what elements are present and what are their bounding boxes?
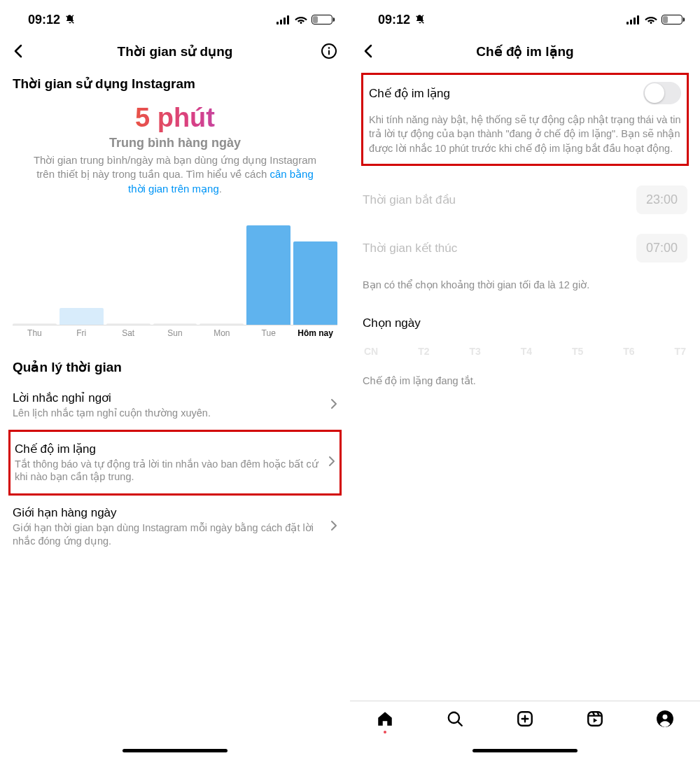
choose-day-label: Chọn ngày (363, 316, 687, 330)
chart-label: Thu (13, 328, 57, 338)
avg-time-desc: Thời gian trung bình/ngày mà bạn dùng ứn… (13, 153, 337, 196)
battery-percent: 26 (662, 16, 682, 24)
chevron-right-icon (330, 398, 337, 412)
svg-rect-0 (276, 22, 279, 24)
chart-bar[interactable] (59, 308, 104, 325)
svg-rect-8 (630, 20, 632, 24)
tab-search[interactable] (441, 710, 469, 728)
tab-create[interactable] (511, 710, 539, 728)
status-time: 09:12 (378, 13, 410, 27)
chart-bar[interactable] (200, 323, 244, 325)
chart-label: Mon (200, 328, 244, 338)
quiet-mode-toggle-label: Chế độ im lặng (369, 86, 450, 101)
time-range-note: Bạn có thể chọn khoảng thời gian tối đa … (363, 279, 687, 290)
start-time-row[interactable]: Thời gian bắt đầu 23:00 (363, 185, 687, 214)
svg-point-15 (663, 715, 668, 720)
battery-percent: 26 (312, 16, 332, 24)
back-button[interactable] (13, 44, 34, 58)
nav-bar: Thời gian sử dụng (0, 34, 350, 69)
screen-quiet-mode: 09:12 26 (350, 0, 700, 758)
nav-bar: Chế độ im lặng (350, 34, 700, 69)
tab-reels[interactable] (581, 710, 609, 728)
chevron-right-icon (328, 456, 335, 470)
notification-dot (384, 731, 386, 734)
chart-bar[interactable] (293, 241, 337, 325)
tab-profile[interactable] (651, 710, 679, 728)
day-option[interactable]: T2 (418, 346, 429, 357)
battery-icon: 26 (312, 15, 335, 24)
avg-time-value: 5 phút (13, 103, 337, 133)
day-option[interactable]: T6 (623, 346, 634, 357)
day-option[interactable]: T7 (675, 346, 686, 357)
chart-label: Hôm nay (293, 328, 337, 338)
chart-label: Fri (59, 328, 104, 338)
row-subtitle: Giới hạn thời gian bạn dùng Instagram mỗ… (13, 521, 330, 548)
start-time-value[interactable]: 23:00 (636, 185, 687, 214)
screen-time-usage: 09:12 26 (0, 0, 350, 758)
battery-icon: 26 (662, 15, 685, 24)
svg-rect-3 (287, 15, 289, 24)
quiet-mode-status: Chế độ im lặng đang tắt. (363, 375, 687, 386)
svg-rect-7 (626, 22, 629, 24)
home-indicator[interactable] (122, 749, 227, 752)
chevron-right-icon (330, 520, 337, 534)
end-time-label: Thời gian kết thúc (363, 241, 457, 255)
day-option[interactable]: T3 (469, 346, 480, 357)
chart-label: Tue (246, 328, 290, 338)
back-button[interactable] (363, 44, 384, 58)
row-title: Giới hạn hàng ngày (13, 505, 330, 520)
row-break-reminder[interactable]: Lời nhắc nghỉ ngơi Lên lịch nhắc tạm ngh… (13, 381, 337, 430)
page-title: Thời gian sử dụng (34, 43, 316, 59)
row-quiet-mode[interactable]: Chế độ im lặng Tắt thông báo và tự động … (8, 430, 342, 496)
cell-signal-icon (626, 15, 640, 24)
day-option[interactable]: T5 (572, 346, 583, 357)
row-title: Lời nhắc nghỉ ngơi (13, 391, 330, 405)
info-button[interactable] (316, 43, 337, 59)
mute-icon (64, 14, 76, 25)
avg-time-label: Trung bình hàng ngày (13, 136, 337, 150)
home-indicator[interactable] (472, 749, 578, 752)
svg-rect-1 (280, 20, 282, 24)
chart-label: Sun (153, 328, 197, 338)
wifi-icon (645, 15, 657, 24)
day-option[interactable]: T4 (521, 346, 532, 357)
chart-bar[interactable] (106, 323, 150, 325)
chart-bar[interactable] (13, 323, 57, 325)
svg-rect-13 (588, 712, 602, 726)
chart-label: Sat (106, 328, 150, 338)
chart-bar[interactable] (246, 225, 290, 325)
end-time-value[interactable]: 07:00 (636, 234, 687, 262)
row-title: Chế độ im lặng (15, 442, 328, 456)
row-daily-limit[interactable]: Giới hạn hàng ngày Giới hạn thời gian bạ… (13, 496, 337, 558)
svg-rect-6 (328, 50, 330, 55)
wifi-icon (295, 15, 307, 24)
tab-home[interactable] (371, 710, 399, 734)
end-time-row[interactable]: Thời gian kết thúc 07:00 (363, 234, 687, 262)
days-row: CNT2T3T4T5T6T7 (363, 343, 687, 360)
mute-icon (414, 14, 426, 25)
usage-chart: ThuFriSatSunMonTueHôm nay (13, 213, 337, 338)
cell-signal-icon (276, 15, 290, 24)
start-time-label: Thời gian bắt đầu (363, 192, 456, 207)
quiet-mode-desc: Khi tính năng này bật, hệ thống sẽ tự độ… (369, 113, 681, 155)
row-subtitle: Lên lịch nhắc tạm nghỉ cuộn thường xuyên… (13, 407, 330, 420)
chart-bar[interactable] (153, 323, 197, 325)
svg-rect-9 (634, 17, 636, 24)
status-bar: 09:12 26 (350, 0, 700, 34)
svg-rect-2 (284, 17, 286, 24)
page-title: Chế độ im lặng (384, 43, 666, 59)
svg-rect-10 (637, 15, 639, 24)
manage-section-title: Quản lý thời gian (13, 359, 337, 375)
quiet-mode-highlight-box: Chế độ im lặng Khi tính năng này bật, hệ… (361, 73, 689, 166)
row-subtitle: Tắt thông báo và tự động trả lời tin nhắ… (15, 458, 328, 484)
section-title: Thời gian sử dụng Instagram (13, 76, 337, 92)
day-option[interactable]: CN (364, 346, 378, 357)
svg-point-5 (328, 47, 330, 49)
quiet-mode-toggle[interactable] (643, 82, 681, 104)
status-time: 09:12 (28, 13, 60, 27)
status-bar: 09:12 26 (0, 0, 350, 34)
